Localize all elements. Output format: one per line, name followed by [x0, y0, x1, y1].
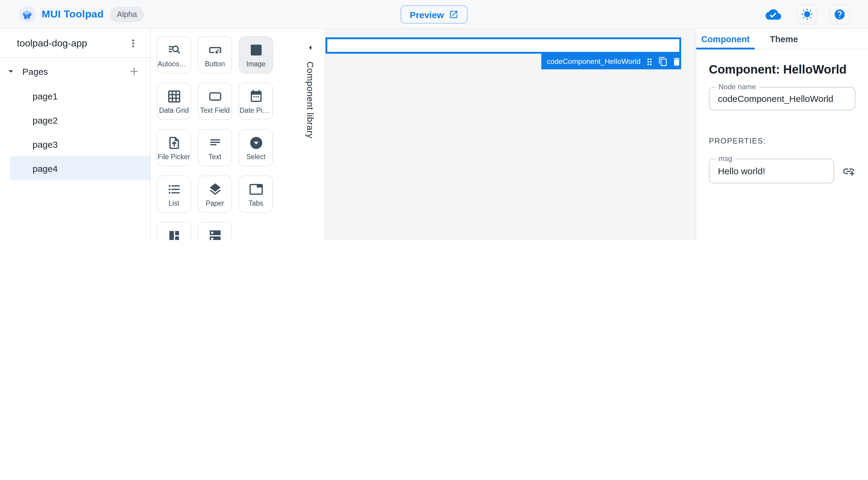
inspector-panel: Component Theme Component: HelloWorld No…: [695, 29, 868, 240]
selected-node-toolbar: codeComponent_HelloWorld: [541, 54, 681, 69]
component-heading: Component: HelloWorld: [709, 63, 855, 77]
pages-collapse-button[interactable]: [5, 66, 16, 77]
brand: MUI Toolpad Alpha: [0, 6, 144, 23]
component-card-paper[interactable]: Paper: [198, 176, 232, 213]
tab-icon: [249, 182, 263, 196]
component-card-label: Date Picker: [240, 107, 272, 114]
drag-handle[interactable]: [644, 56, 654, 67]
active-tab-indicator: [696, 48, 755, 50]
inspector-tabs: Component Theme: [696, 29, 868, 50]
library-collapse-button[interactable]: [305, 42, 316, 53]
tab-component[interactable]: Component: [696, 29, 755, 49]
pages-section-label: Pages: [22, 66, 128, 76]
open-in-new-icon: [449, 10, 458, 19]
component-card-container[interactable]: Container: [157, 222, 191, 240]
page-list: page1 page2 page3 page4: [0, 84, 150, 180]
component-card-label: Data Grid: [159, 107, 189, 114]
help-button[interactable]: [830, 4, 850, 24]
calendar-icon: [249, 89, 263, 103]
save-status-button[interactable]: [762, 6, 785, 23]
preview-button[interactable]: Preview: [401, 5, 467, 24]
add-link-icon: [842, 164, 855, 178]
pages-section-row[interactable]: Pages: [0, 63, 150, 80]
selected-node-label: codeComponent_HelloWorld: [547, 57, 641, 66]
mui-toolpad-logo-icon: [19, 6, 36, 23]
component-card-label: Image: [246, 60, 266, 67]
component-card-label: File Picker: [158, 153, 190, 160]
layers-icon: [208, 182, 222, 196]
image-icon: [249, 42, 263, 57]
smart-button-icon: [208, 42, 222, 57]
bind-property-button[interactable]: [842, 164, 855, 178]
component-card-label: Button: [205, 60, 225, 67]
arrow-left-icon: [305, 42, 316, 53]
main-layout: toolpad-dog-app Pages: [0, 29, 868, 240]
component-card-label: Tabs: [249, 199, 264, 207]
component-card-label: Autocomplete: [158, 60, 190, 67]
component-card-list[interactable]: List: [157, 176, 191, 213]
copy-icon: [658, 57, 668, 66]
node-name-label: Node name: [715, 83, 759, 91]
sun-icon: [801, 7, 813, 21]
dropdown-circle-icon: [249, 136, 263, 150]
component-card-image[interactable]: Image: [239, 36, 273, 73]
textfield-icon: [208, 89, 222, 103]
page-item-page1[interactable]: page1: [0, 84, 150, 108]
version-badge: Alpha: [110, 6, 144, 22]
upload-file-icon: [167, 136, 181, 150]
tab-theme[interactable]: Theme: [755, 29, 813, 49]
app-title: MUI Toolpad: [41, 8, 104, 20]
component-library-panel: Autocomplete Button Image: [151, 29, 326, 240]
text-lines-icon: [208, 136, 222, 150]
project-name: toolpad-dog-app: [17, 38, 126, 49]
autocomplete-icon: [167, 42, 181, 57]
page-item-page2[interactable]: page2: [0, 108, 150, 132]
component-card-label: Text Field: [200, 107, 230, 114]
caret-down-icon: [5, 66, 16, 77]
component-card-label: Paper: [206, 199, 224, 207]
component-card-autocomplete[interactable]: Autocomplete: [157, 36, 191, 73]
add-page-button[interactable]: [128, 65, 141, 78]
delete-node-button[interactable]: [671, 56, 681, 67]
selected-component-outline[interactable]: [326, 37, 681, 54]
component-card-label: Select: [246, 153, 266, 160]
inspector-body: Component: HelloWorld Node name PROPERTI…: [696, 63, 868, 183]
drag-indicator-icon: [644, 56, 654, 67]
node-name-field: Node name: [709, 87, 855, 110]
component-card-select[interactable]: Select: [239, 129, 273, 167]
project-header: toolpad-dog-app: [0, 29, 150, 58]
msg-field: msg: [709, 158, 834, 183]
component-card-text-field[interactable]: Text Field: [198, 83, 232, 120]
form-icon: [208, 228, 222, 240]
more-vert-icon: [127, 37, 139, 49]
component-card-tabs[interactable]: Tabs: [239, 176, 273, 213]
component-card-file-picker[interactable]: File Picker: [157, 129, 191, 167]
app-header: MUI Toolpad Alpha Preview: [0, 0, 868, 29]
library-collapse-strip: Component library: [296, 29, 325, 240]
grid-icon: [167, 89, 181, 103]
component-grid: Autocomplete Button Image: [157, 36, 273, 240]
cloud-done-icon: [766, 6, 781, 22]
plus-icon: [128, 65, 141, 78]
trash-icon: [671, 56, 681, 67]
project-menu-button[interactable]: [126, 36, 141, 50]
component-card-date-picker[interactable]: Date Picker: [239, 83, 273, 120]
list-icon: [167, 182, 181, 196]
component-card-button[interactable]: Button: [198, 36, 232, 73]
component-card-form[interactable]: Form: [198, 222, 232, 240]
app-window: MUI Toolpad Alpha Preview: [0, 0, 868, 240]
page-item-page3[interactable]: page3: [0, 132, 150, 156]
component-card-data-grid[interactable]: Data Grid: [157, 83, 191, 120]
duplicate-node-button[interactable]: [658, 57, 668, 66]
theme-toggle-button[interactable]: [797, 4, 817, 24]
msg-input[interactable]: [710, 166, 834, 176]
header-actions: [762, 4, 868, 24]
help-icon: [834, 7, 846, 22]
component-card-text[interactable]: Text: [198, 129, 232, 167]
msg-property-row: msg: [709, 158, 855, 183]
page-item-page4[interactable]: page4: [10, 156, 150, 180]
editor-canvas[interactable]: codeComponent_HelloWorld: [326, 29, 695, 240]
preview-button-label: Preview: [410, 9, 444, 20]
component-card-label: Text: [209, 153, 221, 160]
node-name-input[interactable]: [710, 93, 855, 104]
